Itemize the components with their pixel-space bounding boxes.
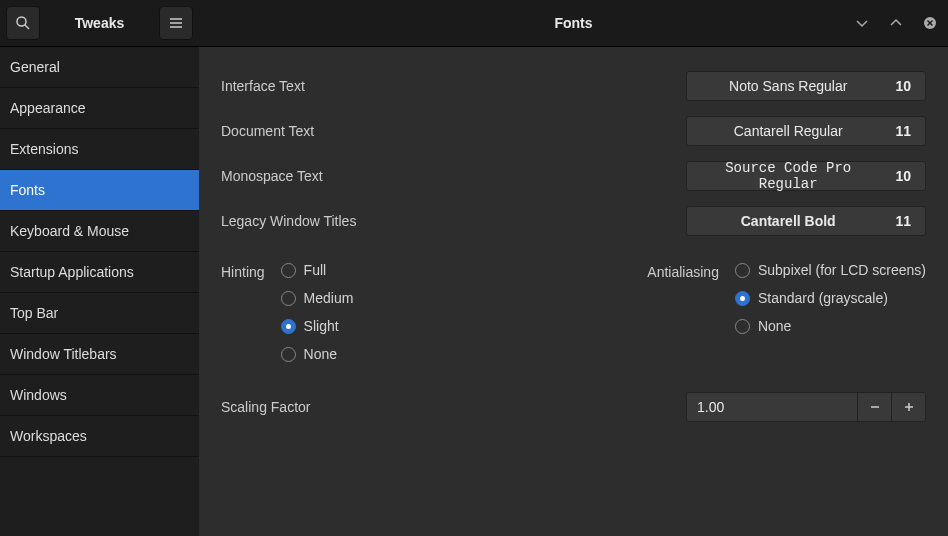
font-row-label: Document Text [221,123,686,139]
antialiasing-column: Antialiasing Subpixel (for LCD screens)S… [647,262,926,362]
sidebar-item-appearance[interactable]: Appearance [0,88,199,129]
search-button[interactable] [6,6,40,40]
hamburger-icon [168,15,184,31]
font-row-label: Interface Text [221,78,686,94]
menu-button[interactable] [159,6,193,40]
radio-label: Full [304,262,327,278]
font-size: 10 [895,78,911,94]
font-size: 10 [895,168,911,184]
font-row: Monospace TextSource Code Pro Regular10 [221,161,926,191]
hinting-option[interactable]: Medium [281,290,354,306]
sidebar-item-windows[interactable]: Windows [0,375,199,416]
font-chooser-button[interactable]: Noto Sans Regular10 [686,71,926,101]
sidebar-item-workspaces[interactable]: Workspaces [0,416,199,457]
titlebar-left: Tweaks [0,0,199,46]
antialiasing-label: Antialiasing [647,262,719,280]
chevron-down-icon [855,16,869,30]
font-size: 11 [895,123,911,139]
radio-label: Medium [304,290,354,306]
radio-section: Hinting FullMediumSlightNone Antialiasin… [221,262,926,362]
scaling-value[interactable]: 1.00 [687,393,857,421]
close-icon [923,16,937,30]
svg-point-0 [17,17,26,26]
body: GeneralAppearanceExtensionsFontsKeyboard… [0,47,948,536]
antialiasing-option[interactable]: Subpixel (for LCD screens) [735,262,926,278]
radio-label: Subpixel (for LCD screens) [758,262,926,278]
radio-icon [735,263,750,278]
sidebar-item-general[interactable]: General [0,47,199,88]
app-title: Tweaks [40,15,159,31]
font-chooser-button[interactable]: Cantarell Bold11 [686,206,926,236]
font-chooser-button[interactable]: Cantarell Regular11 [686,116,926,146]
sidebar-item-startup-applications[interactable]: Startup Applications [0,252,199,293]
scaling-decrement[interactable] [857,393,891,421]
sidebar-item-window-titlebars[interactable]: Window Titlebars [0,334,199,375]
font-row-label: Legacy Window Titles [221,213,686,229]
font-row: Interface TextNoto Sans Regular10 [221,71,926,101]
radio-icon [281,291,296,306]
font-chooser-button[interactable]: Source Code Pro Regular10 [686,161,926,191]
sidebar-item-fonts[interactable]: Fonts [0,170,199,211]
chevron-up-icon [889,16,903,30]
window-controls [854,15,938,31]
hinting-group: FullMediumSlightNone [281,262,354,362]
radio-icon [281,347,296,362]
font-row: Document TextCantarell Regular11 [221,116,926,146]
antialiasing-group: Subpixel (for LCD screens)Standard (gray… [735,262,926,334]
radio-label: Standard (grayscale) [758,290,888,306]
radio-label: Slight [304,318,339,334]
minus-icon [869,401,881,413]
scaling-spinner: 1.00 [686,392,926,422]
font-name: Cantarell Bold [701,213,875,229]
antialiasing-option[interactable]: Standard (grayscale) [735,290,926,306]
minimize-button[interactable] [854,15,870,31]
maximize-button[interactable] [888,15,904,31]
sidebar-item-keyboard-mouse[interactable]: Keyboard & Mouse [0,211,199,252]
titlebar-right: Fonts [199,0,948,46]
scaling-label: Scaling Factor [221,399,686,415]
hinting-option[interactable]: Full [281,262,354,278]
titlebar: Tweaks Fonts [0,0,948,47]
font-name: Noto Sans Regular [701,78,875,94]
svg-line-1 [25,25,29,29]
sidebar-item-top-bar[interactable]: Top Bar [0,293,199,334]
font-name: Source Code Pro Regular [701,160,875,192]
plus-icon [903,401,915,413]
main-content: Interface TextNoto Sans Regular10Documen… [199,47,948,536]
hinting-label: Hinting [221,262,265,280]
hinting-option[interactable]: None [281,346,354,362]
font-name: Cantarell Regular [701,123,875,139]
font-size: 11 [895,213,911,229]
radio-icon [735,319,750,334]
page-title: Fonts [554,15,592,31]
hinting-option[interactable]: Slight [281,318,354,334]
scaling-increment[interactable] [891,393,925,421]
search-icon [15,15,31,31]
radio-label: None [758,318,791,334]
close-button[interactable] [922,15,938,31]
scaling-row: Scaling Factor 1.00 [221,392,926,422]
font-row: Legacy Window TitlesCantarell Bold11 [221,206,926,236]
radio-icon [735,291,750,306]
radio-label: None [304,346,337,362]
hinting-column: Hinting FullMediumSlightNone [221,262,353,362]
radio-icon [281,319,296,334]
font-row-label: Monospace Text [221,168,686,184]
radio-icon [281,263,296,278]
antialiasing-option[interactable]: None [735,318,926,334]
sidebar: GeneralAppearanceExtensionsFontsKeyboard… [0,47,199,536]
sidebar-item-extensions[interactable]: Extensions [0,129,199,170]
